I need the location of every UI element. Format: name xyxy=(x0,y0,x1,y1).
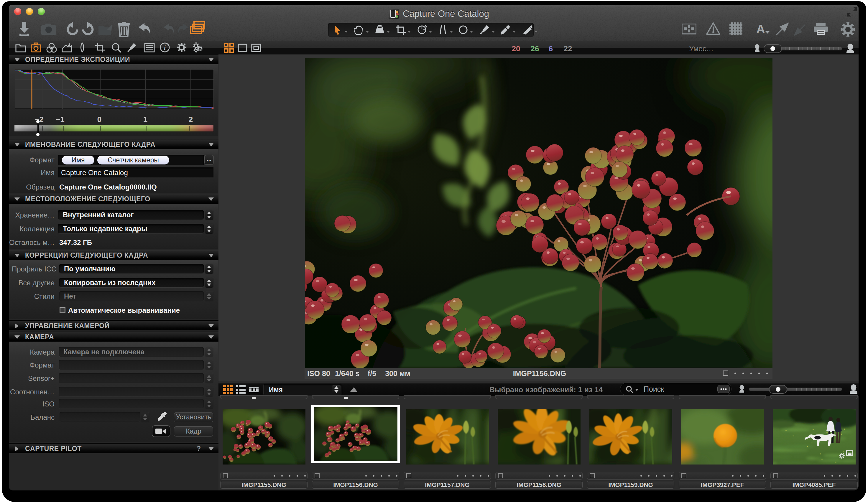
svg-text:i: i xyxy=(164,44,166,51)
